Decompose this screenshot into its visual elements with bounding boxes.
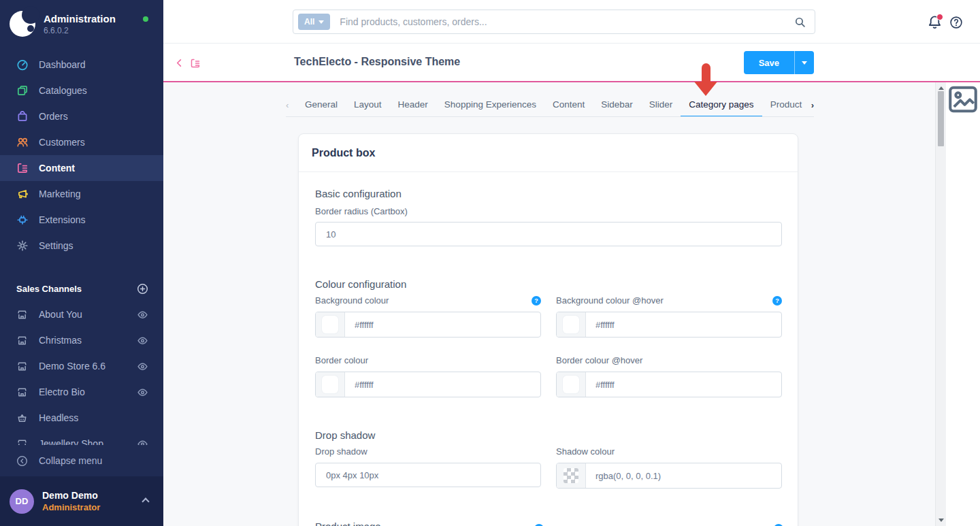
help-icon[interactable] [772,296,782,306]
right-sidebar-rail [946,82,980,526]
product-image-section: Product image [315,521,782,526]
sidebar-item-orders[interactable]: Orders [0,103,163,129]
scroll-up-arrow[interactable] [938,86,944,90]
drop-shadow-input[interactable] [315,463,541,487]
colour-swatch[interactable] [316,312,345,337]
transparency-swatch[interactable] [557,463,586,488]
sales-channels-title: Sales Channels [16,284,82,294]
sidebar-item-label: Marketing [39,188,80,199]
page-title: TechElecto - Responsive Theme [294,56,460,68]
help-question-icon[interactable] [949,16,963,29]
colour-value-input[interactable] [345,312,540,337]
sidebar-item-label: Settings [39,240,74,251]
colour-value-input[interactable] [586,463,781,488]
colour-swatch[interactable] [316,372,345,397]
border-colour-field[interactable] [315,372,541,397]
storefront-icon [16,361,28,372]
settings-gear-icon [16,240,29,252]
eye-icon[interactable] [137,309,148,320]
colour-value-input[interactable] [345,372,540,397]
background-colour-hover-field[interactable] [556,312,782,338]
sales-channel-about-you[interactable]: About You [0,301,163,327]
eye-icon[interactable] [137,438,148,446]
dashboard-icon [16,59,29,71]
tabs-scroll-left-icon[interactable]: ‹ [286,100,297,116]
sales-channel-headless[interactable]: Headless [0,405,163,431]
sales-channel-electro-bio[interactable]: Electro Bio [0,379,163,405]
media-image-icon[interactable] [946,82,980,116]
chevron-up-icon[interactable] [142,497,149,505]
scrollbar-thumb[interactable] [938,91,944,146]
back-arrow-icon[interactable] [174,58,184,68]
add-sales-channel-icon[interactable] [137,283,148,295]
field-label: Drop shadow [315,446,368,457]
top-bar: All [163,0,980,44]
border-radius-input[interactable] [315,222,782,246]
sales-channel-label: Christmas [39,335,137,346]
save-dropdown-chevron[interactable] [794,51,814,74]
help-icon[interactable] [532,296,541,306]
sidebar-item-catalogues[interactable]: Catalogues [0,78,163,103]
sidebar-item-dashboard[interactable]: Dashboard [0,52,163,78]
tab-sidebar[interactable]: Sidebar [593,99,641,116]
tab-shopping-experiences[interactable]: Shopping Experiences [436,99,544,116]
field-label: Background colour @hover [556,295,664,306]
tab-slider[interactable]: Slider [641,99,681,116]
sidebar-item-label: Dashboard [39,59,86,70]
notifications-bell-icon[interactable] [928,15,942,29]
collapse-menu-button[interactable]: Collapse menu [0,445,163,476]
global-search[interactable]: All [293,10,815,34]
search-scope-dropdown[interactable]: All [298,14,330,30]
content-module-icon [190,58,201,69]
chevron-down-icon [318,20,324,24]
drop-shadow-section: Drop shadow Drop shadow Shadow colour [315,429,782,489]
background-colour-field[interactable] [315,312,541,338]
search-icon[interactable] [794,16,806,28]
eye-icon[interactable] [137,335,148,346]
user-menu[interactable]: DD Demo Demo Administrator [0,476,163,526]
sidebar-item-settings[interactable]: Settings [0,233,163,259]
tab-product-page[interactable]: Product page [762,99,803,116]
tab-header[interactable]: Header [390,99,436,116]
card-title: Product box [299,134,798,172]
sidebar-item-label: Customers [39,137,85,148]
search-input[interactable] [340,16,794,27]
basic-configuration-section: Basic configuration Border radius (Cartb… [315,188,782,246]
eye-icon[interactable] [137,387,148,398]
theme-config-content: ‹ General Layout Header Shopping Experie… [163,82,935,526]
collapse-chevron-icon [16,455,28,467]
sidebar-item-extensions[interactable]: Extensions [0,207,163,233]
colour-swatch[interactable] [557,312,586,337]
shadow-colour-field[interactable] [556,463,782,489]
tab-content[interactable]: Content [544,99,593,116]
tabs-scroll-right-icon[interactable]: › [803,100,814,116]
sidebar-item-customers[interactable]: Customers [0,129,163,155]
marketing-icon [16,188,29,200]
sales-channel-list: About You Christmas Demo Store 6.6 Elect… [0,301,163,445]
extensions-icon [16,214,29,226]
tab-category-pages[interactable]: Category pages [681,99,762,116]
sidebar: Administration 6.6.0.2 Dashboard Catalog… [0,0,163,526]
scroll-down-arrow[interactable] [938,519,944,522]
customers-icon [16,136,29,148]
sales-channel-demo-store[interactable]: Demo Store 6.6 [0,353,163,379]
save-button[interactable]: Save [744,51,794,74]
colour-value-input[interactable] [586,312,781,337]
colour-value-input[interactable] [586,372,781,397]
app-version: 6.6.0.2 [44,26,116,35]
sidebar-item-content[interactable]: Content [0,155,163,181]
colour-swatch[interactable] [557,372,586,397]
sales-channel-clipped[interactable]: Jewellery Shop [0,431,163,445]
vertical-scrollbar[interactable] [935,82,946,526]
border-colour-hover-field[interactable] [556,372,782,397]
field-label: Shadow colour [556,446,615,457]
tab-general[interactable]: General [297,99,346,116]
eye-icon[interactable] [137,361,148,372]
field-label: Border colour @hover [556,355,642,365]
user-name: Demo Demo [42,490,100,502]
sales-channel-christmas[interactable]: Christmas [0,327,163,353]
tab-layout[interactable]: Layout [346,99,390,116]
sidebar-item-label: Orders [39,111,68,122]
product-box-card: Product box Basic configuration Border r… [298,133,798,526]
sidebar-item-marketing[interactable]: Marketing [0,181,163,207]
